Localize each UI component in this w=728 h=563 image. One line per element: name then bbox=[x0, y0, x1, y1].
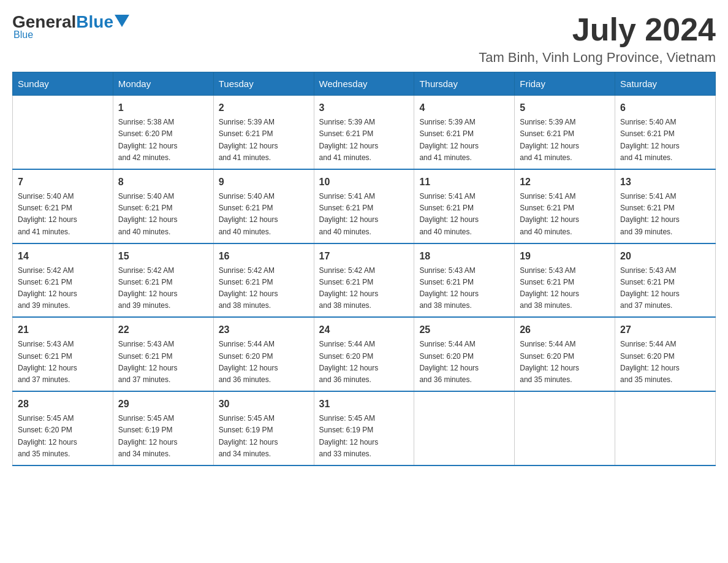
calendar-cell: 26Sunrise: 5:44 AM Sunset: 6:20 PM Dayli… bbox=[515, 317, 615, 391]
calendar-cell: 31Sunrise: 5:45 AM Sunset: 6:19 PM Dayli… bbox=[314, 391, 414, 465]
calendar-header-wednesday: Wednesday bbox=[314, 72, 414, 96]
day-number: 29 bbox=[118, 397, 208, 412]
day-number: 10 bbox=[319, 175, 409, 190]
day-info: Sunrise: 5:39 AM Sunset: 6:21 PM Dayligh… bbox=[319, 117, 409, 164]
day-info: Sunrise: 5:45 AM Sunset: 6:19 PM Dayligh… bbox=[219, 413, 309, 460]
day-info: Sunrise: 5:42 AM Sunset: 6:21 PM Dayligh… bbox=[18, 265, 108, 312]
calendar-cell bbox=[414, 391, 515, 465]
calendar-header-tuesday: Tuesday bbox=[213, 72, 314, 96]
calendar-cell: 23Sunrise: 5:44 AM Sunset: 6:20 PM Dayli… bbox=[213, 317, 314, 391]
calendar-cell: 12Sunrise: 5:41 AM Sunset: 6:21 PM Dayli… bbox=[515, 169, 615, 243]
month-year-title: July 2024 bbox=[479, 12, 716, 47]
day-number: 28 bbox=[18, 397, 108, 412]
day-info: Sunrise: 5:43 AM Sunset: 6:21 PM Dayligh… bbox=[620, 265, 710, 312]
calendar-cell: 22Sunrise: 5:43 AM Sunset: 6:21 PM Dayli… bbox=[113, 317, 213, 391]
day-info: Sunrise: 5:41 AM Sunset: 6:21 PM Dayligh… bbox=[520, 191, 610, 238]
day-number: 3 bbox=[319, 101, 409, 115]
day-info: Sunrise: 5:40 AM Sunset: 6:21 PM Dayligh… bbox=[620, 117, 710, 164]
day-number: 14 bbox=[18, 249, 108, 264]
day-info: Sunrise: 5:43 AM Sunset: 6:21 PM Dayligh… bbox=[118, 339, 208, 386]
day-number: 24 bbox=[319, 323, 409, 337]
calendar-week-row: 14Sunrise: 5:42 AM Sunset: 6:21 PM Dayli… bbox=[13, 243, 716, 318]
day-info: Sunrise: 5:41 AM Sunset: 6:21 PM Dayligh… bbox=[419, 191, 509, 238]
day-number: 23 bbox=[219, 323, 309, 337]
calendar-cell: 17Sunrise: 5:42 AM Sunset: 6:21 PM Dayli… bbox=[314, 243, 414, 318]
day-number: 13 bbox=[620, 175, 710, 190]
logo-triangle-icon bbox=[115, 15, 129, 27]
calendar-cell: 21Sunrise: 5:43 AM Sunset: 6:21 PM Dayli… bbox=[13, 317, 113, 391]
calendar-cell: 30Sunrise: 5:45 AM Sunset: 6:19 PM Dayli… bbox=[213, 391, 314, 465]
title-section: July 2024 Tam Binh, Vinh Long Province, … bbox=[479, 12, 716, 66]
day-info: Sunrise: 5:39 AM Sunset: 6:21 PM Dayligh… bbox=[520, 117, 610, 164]
location-subtitle: Tam Binh, Vinh Long Province, Vietnam bbox=[479, 50, 716, 66]
calendar-cell: 24Sunrise: 5:44 AM Sunset: 6:20 PM Dayli… bbox=[314, 317, 414, 391]
calendar-cell: 1Sunrise: 5:38 AM Sunset: 6:20 PM Daylig… bbox=[113, 96, 213, 169]
logo: General Blue Blue bbox=[12, 12, 129, 40]
day-info: Sunrise: 5:45 AM Sunset: 6:19 PM Dayligh… bbox=[319, 413, 409, 460]
calendar-cell: 19Sunrise: 5:43 AM Sunset: 6:21 PM Dayli… bbox=[515, 243, 615, 318]
calendar-header-monday: Monday bbox=[113, 72, 213, 96]
calendar-cell: 5Sunrise: 5:39 AM Sunset: 6:21 PM Daylig… bbox=[515, 96, 615, 169]
day-number: 18 bbox=[419, 249, 509, 264]
day-info: Sunrise: 5:44 AM Sunset: 6:20 PM Dayligh… bbox=[219, 339, 309, 386]
calendar-cell: 7Sunrise: 5:40 AM Sunset: 6:21 PM Daylig… bbox=[13, 169, 113, 243]
calendar-cell: 20Sunrise: 5:43 AM Sunset: 6:21 PM Dayli… bbox=[615, 243, 716, 318]
calendar-cell: 28Sunrise: 5:45 AM Sunset: 6:20 PM Dayli… bbox=[13, 391, 113, 465]
calendar-header-row: SundayMondayTuesdayWednesdayThursdayFrid… bbox=[13, 72, 716, 96]
day-number: 27 bbox=[620, 323, 710, 337]
day-info: Sunrise: 5:43 AM Sunset: 6:21 PM Dayligh… bbox=[419, 265, 509, 312]
day-number: 6 bbox=[620, 101, 710, 115]
calendar-week-row: 7Sunrise: 5:40 AM Sunset: 6:21 PM Daylig… bbox=[13, 169, 716, 243]
day-info: Sunrise: 5:42 AM Sunset: 6:21 PM Dayligh… bbox=[319, 265, 409, 312]
calendar-cell: 3Sunrise: 5:39 AM Sunset: 6:21 PM Daylig… bbox=[314, 96, 414, 169]
calendar-cell bbox=[515, 391, 615, 465]
day-number: 19 bbox=[520, 249, 610, 264]
calendar-header-friday: Friday bbox=[515, 72, 615, 96]
day-info: Sunrise: 5:45 AM Sunset: 6:19 PM Dayligh… bbox=[118, 413, 208, 460]
day-info: Sunrise: 5:44 AM Sunset: 6:20 PM Dayligh… bbox=[419, 339, 509, 386]
calendar-cell: 10Sunrise: 5:41 AM Sunset: 6:21 PM Dayli… bbox=[314, 169, 414, 243]
calendar-cell: 9Sunrise: 5:40 AM Sunset: 6:21 PM Daylig… bbox=[213, 169, 314, 243]
calendar-header-sunday: Sunday bbox=[13, 72, 113, 96]
day-info: Sunrise: 5:41 AM Sunset: 6:21 PM Dayligh… bbox=[319, 191, 409, 238]
calendar-table: SundayMondayTuesdayWednesdayThursdayFrid… bbox=[12, 72, 716, 466]
calendar-header-thursday: Thursday bbox=[414, 72, 515, 96]
calendar-cell: 6Sunrise: 5:40 AM Sunset: 6:21 PM Daylig… bbox=[615, 96, 716, 169]
calendar-cell: 14Sunrise: 5:42 AM Sunset: 6:21 PM Dayli… bbox=[13, 243, 113, 318]
calendar-cell: 2Sunrise: 5:39 AM Sunset: 6:21 PM Daylig… bbox=[213, 96, 314, 169]
day-number: 17 bbox=[319, 249, 409, 264]
day-number: 9 bbox=[219, 175, 309, 190]
calendar-cell bbox=[615, 391, 716, 465]
day-info: Sunrise: 5:39 AM Sunset: 6:21 PM Dayligh… bbox=[219, 117, 309, 164]
day-number: 15 bbox=[118, 249, 208, 264]
day-info: Sunrise: 5:40 AM Sunset: 6:21 PM Dayligh… bbox=[118, 191, 208, 238]
day-info: Sunrise: 5:39 AM Sunset: 6:21 PM Dayligh… bbox=[419, 117, 509, 164]
calendar-cell: 13Sunrise: 5:41 AM Sunset: 6:21 PM Dayli… bbox=[615, 169, 716, 243]
day-info: Sunrise: 5:44 AM Sunset: 6:20 PM Dayligh… bbox=[520, 339, 610, 386]
calendar-header-saturday: Saturday bbox=[615, 72, 716, 96]
logo-underline: Blue bbox=[12, 29, 33, 40]
calendar-cell: 18Sunrise: 5:43 AM Sunset: 6:21 PM Dayli… bbox=[414, 243, 515, 318]
day-number: 2 bbox=[219, 101, 309, 115]
day-number: 4 bbox=[419, 101, 509, 115]
day-number: 12 bbox=[520, 175, 610, 190]
calendar-cell: 27Sunrise: 5:44 AM Sunset: 6:20 PM Dayli… bbox=[615, 317, 716, 391]
day-number: 26 bbox=[520, 323, 610, 337]
logo-blue-text: Blue bbox=[76, 12, 113, 32]
day-info: Sunrise: 5:41 AM Sunset: 6:21 PM Dayligh… bbox=[620, 191, 710, 238]
calendar-cell: 11Sunrise: 5:41 AM Sunset: 6:21 PM Dayli… bbox=[414, 169, 515, 243]
day-number: 22 bbox=[118, 323, 208, 337]
day-info: Sunrise: 5:43 AM Sunset: 6:21 PM Dayligh… bbox=[520, 265, 610, 312]
day-number: 11 bbox=[419, 175, 509, 190]
day-number: 7 bbox=[18, 175, 108, 190]
page-header: General Blue Blue July 2024 Tam Binh, Vi… bbox=[12, 12, 716, 66]
calendar-cell: 4Sunrise: 5:39 AM Sunset: 6:21 PM Daylig… bbox=[414, 96, 515, 169]
day-number: 31 bbox=[319, 397, 409, 412]
calendar-cell: 15Sunrise: 5:42 AM Sunset: 6:21 PM Dayli… bbox=[113, 243, 213, 318]
day-info: Sunrise: 5:38 AM Sunset: 6:20 PM Dayligh… bbox=[118, 117, 208, 164]
day-info: Sunrise: 5:42 AM Sunset: 6:21 PM Dayligh… bbox=[219, 265, 309, 312]
calendar-week-row: 21Sunrise: 5:43 AM Sunset: 6:21 PM Dayli… bbox=[13, 317, 716, 391]
calendar-cell: 25Sunrise: 5:44 AM Sunset: 6:20 PM Dayli… bbox=[414, 317, 515, 391]
day-info: Sunrise: 5:45 AM Sunset: 6:20 PM Dayligh… bbox=[18, 413, 108, 460]
calendar-week-row: 28Sunrise: 5:45 AM Sunset: 6:20 PM Dayli… bbox=[13, 391, 716, 465]
